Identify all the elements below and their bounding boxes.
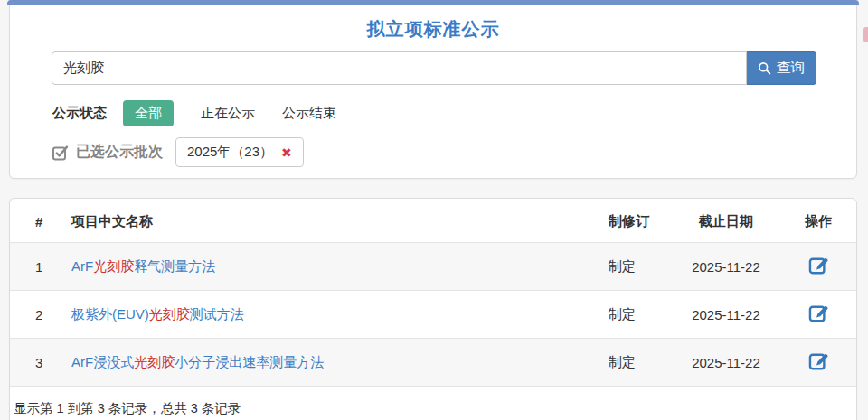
- search-icon: [758, 61, 771, 75]
- search-button[interactable]: 查询: [747, 51, 816, 85]
- project-name-part: 释气测量方法: [134, 258, 215, 274]
- results-panel: # 项目中文名称 制修订 截止日期 操作 1 ArF光刻胶释气测量方法 制定 2…: [9, 198, 857, 420]
- edit-button[interactable]: [808, 255, 829, 275]
- deadline-date: 2025-11-22: [672, 243, 780, 291]
- batch-tag: 2025年（23） ✖: [175, 137, 304, 167]
- row-index: 3: [10, 339, 62, 387]
- col-header-deadline: 截止日期: [672, 199, 780, 243]
- row-index: 1: [10, 243, 62, 291]
- edit-button[interactable]: [808, 303, 829, 323]
- col-header-actions: 操作: [780, 199, 856, 243]
- clipped-edge-badge: [863, 27, 868, 42]
- table-header-row: # 项目中文名称 制修订 截止日期 操作: [10, 199, 856, 243]
- project-name-part: 测试方法: [190, 306, 244, 322]
- project-link[interactable]: 极紫外(EUV)光刻胶测试方法: [71, 306, 244, 322]
- selected-batch-label: 已选公示批次: [76, 143, 163, 162]
- col-header-index: #: [10, 199, 62, 243]
- check-square-icon: [52, 144, 70, 162]
- deadline-date: 2025-11-22: [672, 291, 780, 339]
- edit-button[interactable]: [808, 350, 829, 371]
- table-row: 3 ArF浸没式光刻胶小分子浸出速率测量方法 制定 2025-11-22: [10, 339, 856, 387]
- record-count-summary: 显示第 1 到第 3 条记录，总共 3 条记录: [10, 387, 856, 417]
- revision-type: 制定: [590, 339, 672, 387]
- batch-remove-icon[interactable]: ✖: [281, 146, 292, 159]
- search-button-label: 查询: [777, 59, 806, 78]
- row-index: 2: [10, 291, 62, 339]
- table-row: 2 极紫外(EUV)光刻胶测试方法 制定 2025-11-22: [10, 291, 856, 339]
- revision-type: 制定: [590, 243, 672, 291]
- project-name-part: ArF: [71, 258, 93, 274]
- keyword-highlight: 光刻胶: [149, 306, 190, 322]
- project-link[interactable]: ArF光刻胶释气测量方法: [71, 258, 215, 274]
- page-title: 拟立项标准公示: [10, 17, 856, 42]
- search-group: 查询: [52, 51, 816, 85]
- keyword-highlight: 光刻胶: [93, 258, 134, 274]
- status-option-ongoing[interactable]: 正在公示: [201, 100, 255, 126]
- project-name-part: 小分子浸出速率测量方法: [175, 354, 324, 369]
- results-table: # 项目中文名称 制修订 截止日期 操作 1 ArF光刻胶释气测量方法 制定 2…: [10, 199, 856, 387]
- col-header-name: 项目中文名称: [62, 199, 590, 243]
- keyword-highlight: 光刻胶: [134, 354, 175, 369]
- status-filter-row: 公示状态 全部 正在公示 公示结束: [52, 100, 336, 126]
- deadline-date: 2025-11-22: [672, 339, 780, 387]
- table-row: 1 ArF光刻胶释气测量方法 制定 2025-11-22: [10, 243, 856, 291]
- status-option-ended[interactable]: 公示结束: [282, 100, 336, 126]
- status-filter-label: 公示状态: [52, 105, 107, 122]
- search-panel: 拟立项标准公示 查询 公示状态 全部 正在公示 公示结束 已选公示批次: [9, 5, 857, 179]
- revision-type: 制定: [590, 291, 672, 339]
- status-option-all[interactable]: 全部: [123, 100, 174, 126]
- col-header-revision: 制修订: [590, 199, 672, 243]
- selected-batch-row: 已选公示批次 2025年（23） ✖: [52, 137, 304, 167]
- search-input[interactable]: [52, 51, 747, 85]
- project-name-part: ArF浸没式: [71, 354, 134, 369]
- batch-tag-text: 2025年（23）: [187, 144, 273, 161]
- project-name-part: 极紫外(EUV): [71, 306, 149, 322]
- project-link[interactable]: ArF浸没式光刻胶小分子浸出速率测量方法: [71, 354, 324, 369]
